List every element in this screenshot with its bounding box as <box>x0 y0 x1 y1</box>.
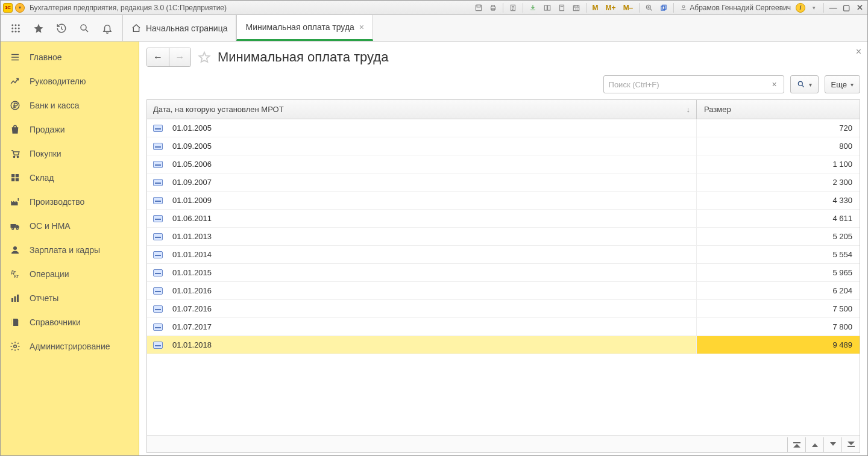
home-icon <box>131 23 141 33</box>
svg-rect-44 <box>793 442 800 443</box>
favorites-star-icon[interactable] <box>32 22 45 35</box>
table-row[interactable]: 01.01.20166 204 <box>147 282 860 300</box>
cell-date-value: 01.07.2017 <box>172 322 212 331</box>
book-icon <box>9 316 21 328</box>
nav-forward-button[interactable]: → <box>169 48 190 66</box>
notifications-bell-icon[interactable] <box>101 22 114 35</box>
calendar-icon[interactable]: 31 <box>570 2 582 13</box>
sidebar-item-directories[interactable]: Справочники <box>1 310 139 334</box>
sidebar-item-operations[interactable]: ДтКт Операции <box>1 262 139 286</box>
table-row[interactable]: 01.07.20177 800 <box>147 318 860 336</box>
svg-point-17 <box>11 27 13 29</box>
pager-up-icon[interactable] <box>805 437 823 452</box>
cell-date: 01.01.2018 <box>147 336 697 354</box>
tab-minimum-wage[interactable]: Минимальная оплата труда × <box>236 15 373 41</box>
svg-point-21 <box>15 30 17 32</box>
minimize-window-button[interactable]: — <box>828 3 838 13</box>
table-row[interactable]: 01.06.20114 611 <box>147 210 860 228</box>
compare-icon[interactable] <box>541 2 553 13</box>
body: Главное Руководителю Банк и касса Продаж… <box>1 42 867 455</box>
user-icon <box>680 4 687 11</box>
download-icon[interactable] <box>527 2 539 13</box>
pager-last-icon[interactable] <box>841 437 860 452</box>
table-body: 01.01.200572001.09.200580001.05.20061 10… <box>147 119 860 436</box>
sidebar-item-payroll[interactable]: Зарплата и кадры <box>1 238 139 262</box>
cell-size: 6 204 <box>697 282 860 299</box>
pager-first-icon[interactable] <box>787 437 805 452</box>
sidebar-item-assets[interactable]: ОС и НМА <box>1 214 139 238</box>
nav-back-button[interactable]: ← <box>147 48 169 66</box>
search-icon[interactable] <box>78 22 91 35</box>
pager-down-icon[interactable] <box>823 437 841 452</box>
sidebar-item-bank[interactable]: Банк и касса <box>1 93 139 117</box>
svg-point-16 <box>18 24 20 26</box>
search-clear-icon[interactable]: × <box>769 78 781 90</box>
mem-mminus-button[interactable]: M– <box>621 4 636 12</box>
cell-date-value: 01.09.2005 <box>172 142 212 151</box>
col-header-size[interactable]: Размер <box>697 100 860 119</box>
cell-size: 720 <box>697 119 860 137</box>
favorite-star-icon[interactable] <box>197 50 212 64</box>
person-icon <box>9 244 21 256</box>
more-button[interactable]: Еще ▾ <box>825 75 860 93</box>
svg-rect-38 <box>11 298 13 302</box>
factory-icon <box>9 196 21 208</box>
sidebar: Главное Руководителю Банк и касса Продаж… <box>1 42 139 455</box>
col-header-date[interactable]: Дата, на которую установлен МРОТ ↓ <box>147 100 697 119</box>
mem-m-button[interactable]: M <box>590 4 601 12</box>
cell-size: 5 554 <box>697 246 860 263</box>
sidebar-item-admin[interactable]: Администрирование <box>1 334 139 358</box>
close-page-button[interactable]: × <box>856 46 861 57</box>
table-row[interactable]: 01.05.20061 100 <box>147 155 860 173</box>
sidebar-item-manager[interactable]: Руководителю <box>1 69 139 93</box>
sidebar-item-purchases[interactable]: Покупки <box>1 142 139 166</box>
svg-rect-6 <box>547 5 550 10</box>
sidebar-item-sales[interactable]: Продажи <box>1 117 139 142</box>
cell-size: 7 500 <box>697 300 860 317</box>
record-icon <box>153 323 163 331</box>
sidebar-item-label: Руководителю <box>30 77 86 86</box>
table-row[interactable]: 01.01.20189 489 <box>147 336 860 354</box>
apps-grid-icon[interactable] <box>9 22 22 35</box>
ruble-icon <box>9 99 21 111</box>
document-icon[interactable] <box>507 2 519 13</box>
table-row[interactable]: 01.01.20135 205 <box>147 228 860 246</box>
sidebar-item-label: Склад <box>30 173 54 183</box>
sidebar-item-main[interactable]: Главное <box>1 45 139 69</box>
maximize-window-button[interactable]: ▢ <box>841 3 852 13</box>
cell-date-value: 01.05.2006 <box>172 160 212 169</box>
mem-mplus-button[interactable]: M+ <box>603 4 618 12</box>
print-icon[interactable] <box>487 2 499 13</box>
close-window-button[interactable]: ✕ <box>854 3 865 13</box>
table-row[interactable]: 01.09.20072 300 <box>147 173 860 192</box>
zoom-icon[interactable] <box>643 2 655 13</box>
sidebar-item-label: Операции <box>30 269 69 279</box>
tab-close-icon[interactable]: × <box>359 22 364 32</box>
info-icon[interactable]: i <box>796 3 805 13</box>
search-input[interactable] <box>603 75 784 93</box>
table-row[interactable]: 01.01.20094 330 <box>147 192 860 210</box>
svg-point-34 <box>16 228 18 230</box>
calculator-icon[interactable] <box>556 2 568 13</box>
svg-rect-40 <box>17 295 19 302</box>
save-icon[interactable] <box>473 2 485 13</box>
windows-list-icon[interactable] <box>658 2 670 13</box>
table-row[interactable]: 01.01.20145 554 <box>147 246 860 264</box>
sidebar-item-warehouse[interactable]: Склад <box>1 166 139 190</box>
app-menu-dropdown-icon[interactable]: ▾ <box>15 3 25 13</box>
search-field-wrap: × <box>603 75 784 93</box>
info-dropdown-icon[interactable]: ▾ <box>808 2 820 13</box>
table-row[interactable]: 01.09.2005800 <box>147 137 860 155</box>
table-row[interactable]: 01.01.2005720 <box>147 119 860 137</box>
sidebar-item-production[interactable]: Производство <box>1 190 139 214</box>
page-header: ← → Минимальная оплата труда <box>146 48 860 67</box>
history-icon[interactable] <box>55 22 68 35</box>
sidebar-item-label: Главное <box>30 52 62 62</box>
tab-home[interactable]: Начальная страница <box>122 15 236 41</box>
current-user[interactable]: Абрамов Геннадий Сергеевич <box>678 4 793 12</box>
sidebar-item-reports[interactable]: Отчеты <box>1 286 139 310</box>
table-row[interactable]: 01.01.20155 965 <box>147 264 860 282</box>
filter-search-button[interactable]: ▾ <box>790 75 819 93</box>
table-row[interactable]: 01.07.20167 500 <box>147 300 860 318</box>
cell-date: 01.01.2009 <box>147 192 697 209</box>
